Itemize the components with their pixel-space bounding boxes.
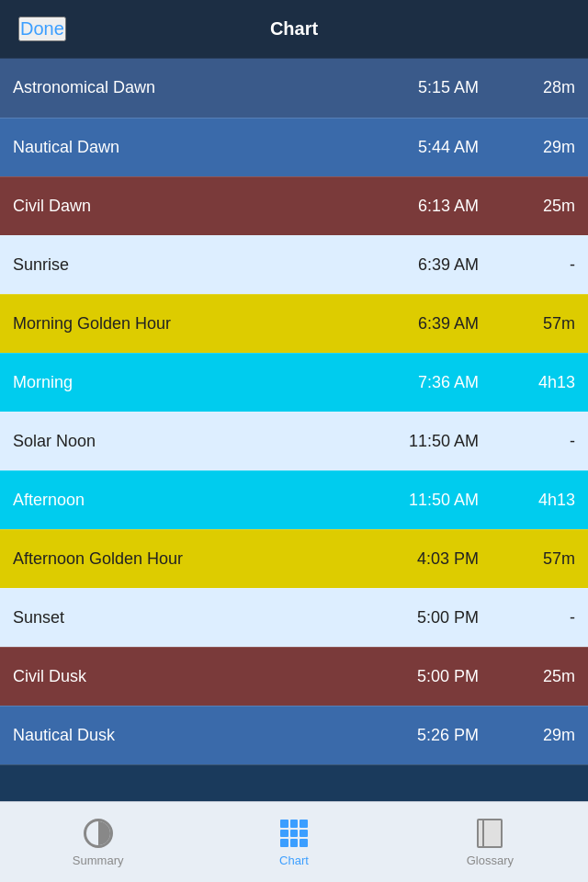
table-row: Morning Golden Hour 6:39 AM 57m — [0, 294, 588, 353]
table-row: Nautical Dusk 5:26 PM 29m — [0, 706, 588, 764]
table-row: Civil Dusk 5:00 PM 25m — [0, 647, 588, 706]
tab-chart[interactable]: Chart — [196, 802, 391, 882]
row-duration: 29m — [492, 118, 588, 176]
tab-glossary[interactable]: Glossary — [392, 802, 588, 882]
tab-summary[interactable]: Summary — [0, 802, 196, 882]
row-duration: - — [492, 412, 588, 470]
row-time: 5:00 PM — [356, 647, 492, 706]
page-title: Chart — [270, 18, 318, 40]
table-row: Afternoon 11:50 AM 4h13 — [0, 470, 588, 529]
row-name: Civil Dusk — [0, 647, 356, 706]
row-time: 7:36 AM — [356, 353, 492, 412]
header: Done Chart — [0, 0, 588, 59]
row-time: 6:39 AM — [356, 294, 492, 353]
row-name: Civil Dawn — [0, 176, 356, 235]
row-time: 5:00 PM — [356, 588, 492, 647]
row-duration: 4h13 — [492, 470, 588, 529]
row-time: 6:39 AM — [356, 235, 492, 294]
glossary-icon-wrap — [473, 817, 506, 850]
row-time: 5:44 AM — [356, 118, 492, 176]
row-name: Sunset — [0, 588, 356, 647]
row-time: 11:50 AM — [356, 470, 492, 529]
row-name: Afternoon — [0, 470, 356, 529]
row-name: Morning Golden Hour — [0, 294, 356, 353]
table-row: Solar Noon 11:50 AM - — [0, 412, 588, 470]
table-row: Sunrise 6:39 AM - — [0, 235, 588, 294]
table-container: Astronomical Dawn 5:15 AM 28m Nautical D… — [0, 59, 588, 801]
sun-table: Astronomical Dawn 5:15 AM 28m Nautical D… — [0, 59, 588, 765]
tab-bar: Summary Chart Glossary — [0, 801, 588, 882]
row-duration: - — [492, 588, 588, 647]
row-time: 6:13 AM — [356, 176, 492, 235]
row-duration: 29m — [492, 706, 588, 764]
row-name: Sunrise — [0, 235, 356, 294]
row-name: Solar Noon — [0, 412, 356, 470]
row-time: 4:03 PM — [356, 529, 492, 588]
chart-icon — [277, 817, 311, 850]
table-row: Astronomical Dawn 5:15 AM 28m — [0, 59, 588, 118]
table-row: Afternoon Golden Hour 4:03 PM 57m — [0, 529, 588, 588]
row-time: 5:26 PM — [356, 706, 492, 764]
tab-summary-label: Summary — [73, 854, 124, 867]
row-duration: 57m — [492, 294, 588, 353]
table-row: Morning 7:36 AM 4h13 — [0, 353, 588, 412]
row-name: Morning — [0, 353, 356, 412]
tab-glossary-label: Glossary — [467, 854, 514, 867]
row-time: 11:50 AM — [356, 412, 492, 470]
table-row: Civil Dawn 6:13 AM 25m — [0, 176, 588, 235]
row-name: Astronomical Dawn — [0, 59, 356, 118]
row-time: 5:15 AM — [356, 59, 492, 118]
done-button[interactable]: Done — [18, 17, 66, 41]
row-duration: - — [492, 235, 588, 294]
row-name: Afternoon Golden Hour — [0, 529, 356, 588]
summary-icon — [82, 817, 115, 850]
row-duration: 25m — [492, 647, 588, 706]
row-duration: 4h13 — [492, 353, 588, 412]
row-name: Nautical Dawn — [0, 118, 356, 176]
row-duration: 28m — [492, 59, 588, 118]
table-row: Nautical Dawn 5:44 AM 29m — [0, 118, 588, 176]
row-name: Nautical Dusk — [0, 706, 356, 764]
table-row: Sunset 5:00 PM - — [0, 588, 588, 647]
row-duration: 25m — [492, 176, 588, 235]
row-duration: 57m — [492, 529, 588, 588]
tab-chart-label: Chart — [279, 854, 309, 867]
